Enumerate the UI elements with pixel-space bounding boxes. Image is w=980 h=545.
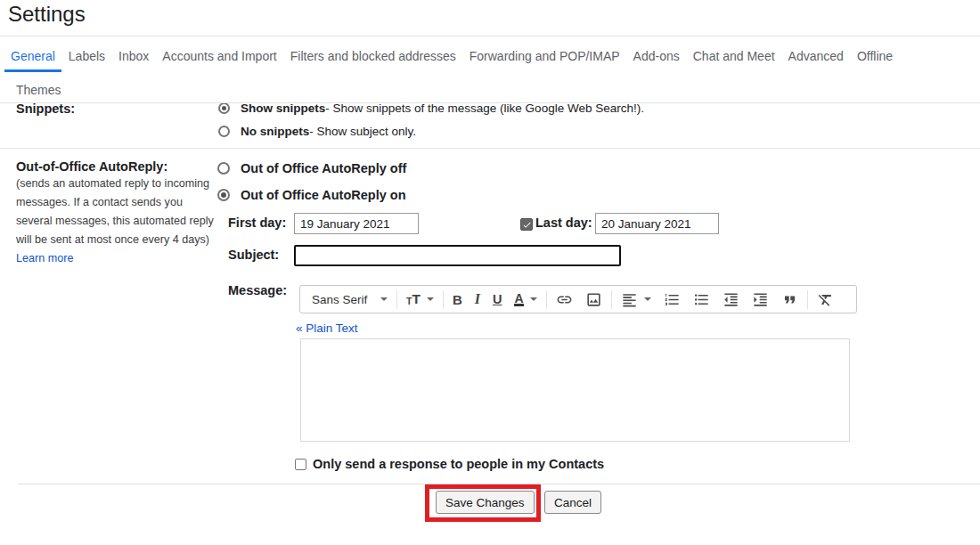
bold-button[interactable]: B [446,286,469,313]
autoreply-section-label: Out-of-Office AutoReply: [16,159,167,174]
contacts-only-label: Only send a response to people in my Con… [313,457,604,471]
snippets-label: Snippets: [16,102,75,116]
autoreply-description-line: messages. If a contact sends you [16,193,214,212]
subject-label: Subject: [228,248,279,262]
no-snippets-radio[interactable] [218,126,230,137]
message-body-editor[interactable] [300,338,850,442]
show-snippets-desc: - Show snippets of the message (like Goo… [325,102,644,115]
plain-text-link[interactable]: « Plain Text [296,321,358,335]
tab-forwarding-and-pop-imap[interactable]: Forwarding and POP/IMAP [470,45,620,69]
tab-general[interactable]: General [4,45,61,72]
indent-more-button[interactable] [746,286,775,313]
rich-text-toolbar: Sans Serif T T B I U A [299,285,857,313]
snippets-section: Snippets: Show snippets - Show snippets … [0,102,980,149]
show-snippets-title: Show snippets [241,102,325,115]
tab-inbox[interactable]: Inbox [118,45,149,69]
toolbar-separator [546,290,547,309]
no-snippets-option: No snippets - Show subject only. [218,124,416,139]
message-label: Message: [228,283,287,297]
tab-themes[interactable]: Themes [16,78,61,103]
align-dropdown[interactable] [615,286,657,313]
section-divider [0,148,980,149]
indent-less-icon [723,291,739,308]
insert-link-button[interactable] [550,286,579,313]
remove-formatting-icon [817,291,834,308]
tab-offline[interactable]: Offline [857,45,893,69]
text-size-icon: T [412,291,420,307]
insert-image-button[interactable] [579,286,608,313]
numbered-list-button[interactable] [657,286,687,313]
show-snippets-option: Show snippets - Show snippets of the mes… [218,102,644,116]
align-left-icon [621,291,638,308]
tab-filters-and-blocked-addresses[interactable]: Filters and blocked addresses [290,45,456,69]
subject-input[interactable] [294,245,621,266]
insert-image-icon [585,291,602,308]
remove-formatting-button[interactable] [811,286,840,313]
autoreply-description: (sends an automated reply to incoming me… [16,175,214,268]
italic-icon: I [475,291,480,307]
footer-divider [18,484,980,484]
underline-button[interactable]: U [486,286,508,313]
font-family-value: Sans Serif [312,293,374,306]
autoreply-on-label: Out of Office AutoReply on [241,188,406,202]
settings-tab-bar-row2: Themes [16,78,75,103]
bulleted-list-icon [693,291,710,308]
cancel-button[interactable]: Cancel [544,491,601,514]
autoreply-on-option: Out of Office AutoReply on [217,188,406,202]
bold-icon: B [453,292,462,307]
toolbar-separator [611,290,612,309]
show-snippets-radio[interactable] [218,102,230,114]
tab-chat-and-meet[interactable]: Chat and Meet [693,45,775,69]
indent-less-button[interactable] [716,286,746,313]
insert-link-icon [556,291,573,308]
title-divider [0,36,980,37]
tab-advanced[interactable]: Advanced [788,45,844,69]
autoreply-description-line: several messages, this automated reply [16,212,214,231]
first-day-label: First day: [228,216,286,230]
autoreply-off-label: Out of Office AutoReply off [241,161,406,175]
numbered-list-icon [664,291,681,308]
italic-button[interactable]: I [469,286,486,313]
tab-add-ons[interactable]: Add-ons [633,45,680,69]
chevron-down-icon [380,297,388,301]
save-changes-button[interactable]: Save Changes [436,491,535,514]
contacts-only-checkbox[interactable] [295,459,306,470]
text-size-dropdown[interactable]: T T [400,286,440,313]
chevron-down-icon [644,297,651,301]
autoreply-description-line: will be sent at most once every 4 days) [16,231,214,249]
autoreply-on-radio[interactable] [217,189,230,201]
quote-button[interactable] [775,286,804,313]
chevron-down-icon [427,297,434,301]
page-title: Settings [8,2,86,27]
autoreply-off-option: Out of Office AutoReply off [217,161,406,175]
last-day-label: Last day: [535,216,592,230]
underline-icon: U [493,292,502,306]
indent-more-icon [752,291,769,308]
autoreply-description-line: (sends an automated reply to incoming [16,175,214,193]
tab-accounts-and-import[interactable]: Accounts and Import [162,45,276,69]
learn-more-link[interactable]: Learn more [16,249,214,268]
last-day-checkbox[interactable] [520,218,533,231]
checkmark-icon [522,220,532,230]
quote-icon [781,291,798,308]
no-snippets-desc: - Show subject only. [309,125,416,138]
gmail-settings-page: Settings General Labels Inbox Accounts a… [0,0,980,545]
first-day-input[interactable] [294,213,419,234]
bulleted-list-button[interactable] [687,286,716,313]
toolbar-separator [396,290,397,309]
no-snippets-title: No snippets [241,125,309,138]
tab-labels[interactable]: Labels [69,45,105,69]
toolbar-separator [807,290,808,309]
settings-tab-bar: General Labels Inbox Accounts and Import… [11,45,906,72]
text-color-icon: A [514,293,523,306]
toolbar-separator [443,290,444,309]
chevron-down-icon [530,297,537,301]
last-day-input[interactable] [595,213,719,234]
text-color-dropdown[interactable]: A [508,286,543,313]
autoreply-off-radio[interactable] [217,162,230,175]
font-family-dropdown[interactable]: Sans Serif [306,286,394,313]
